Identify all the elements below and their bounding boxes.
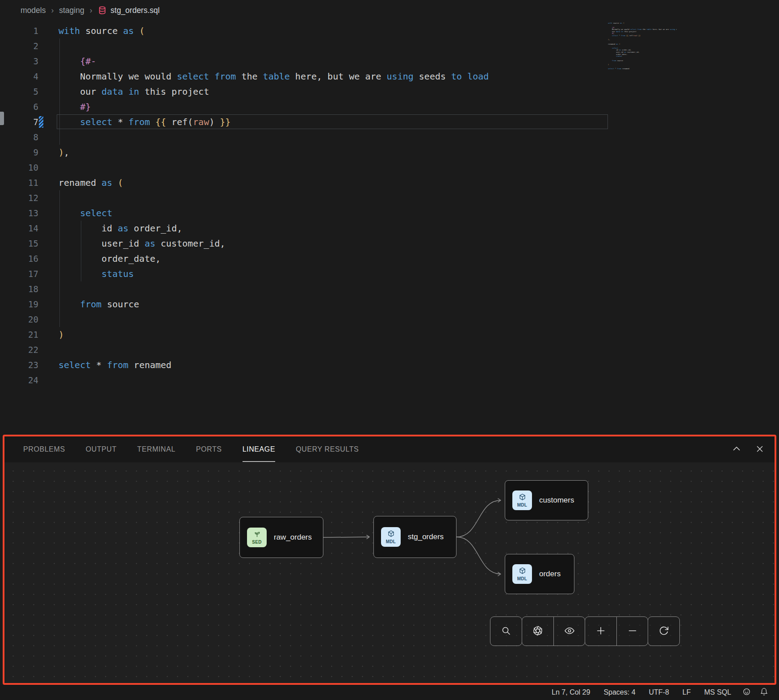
panel-tab-terminal[interactable]: TERMINAL [137, 437, 176, 462]
editor-line[interactable]: 9), [0, 145, 779, 160]
code-text: select [59, 205, 112, 221]
refresh-icon [658, 625, 669, 637]
editor-line[interactable]: 10 [0, 160, 779, 175]
code-text: our data in this project [59, 84, 209, 99]
lineage-node-raw_orders[interactable]: SEDraw_orders [239, 517, 323, 558]
node-label: customers [539, 496, 574, 505]
panel-collapse-button[interactable] [731, 443, 742, 456]
panel-tab-output[interactable]: OUTPUT [86, 437, 117, 462]
zoom-out-icon [627, 625, 638, 637]
lineage-canvas[interactable]: SEDraw_ordersMDLstg_ordersMDLcustomersMD… [4, 462, 775, 683]
editor-line[interactable]: 12 [0, 190, 779, 205]
code-text: Normally we would select from the table … [59, 69, 489, 84]
aperture-button[interactable] [522, 617, 553, 646]
node-label: orders [539, 570, 561, 578]
line-number: 16 [0, 251, 38, 266]
editor-line[interactable]: 24 [0, 373, 779, 388]
editor-line[interactable]: 13 select [0, 205, 779, 221]
editor-line[interactable]: 15 user_id as customer_id, [0, 236, 779, 251]
code-text: status [59, 266, 134, 281]
code-text: {#- [59, 54, 96, 69]
line-number: 22 [0, 342, 38, 357]
cube-icon [519, 493, 526, 503]
edge-stg_orders-to-customers [457, 500, 501, 537]
status-ms-sql[interactable]: MS SQL [698, 688, 738, 696]
seedling-icon [253, 530, 261, 540]
panel-tab-query-results[interactable]: QUERY RESULTS [296, 437, 359, 462]
line-number: 17 [0, 266, 38, 281]
status-ln-7-col-29[interactable]: Ln 7, Col 29 [545, 688, 597, 696]
node-badge-label: MDL [517, 503, 528, 507]
editor-line[interactable]: 23select * from renamed [0, 357, 779, 373]
refresh-button[interactable] [648, 617, 679, 646]
panel-actions [731, 443, 766, 456]
line-number: 19 [0, 297, 38, 312]
lineage-edges [4, 462, 775, 683]
eye-button[interactable] [553, 617, 585, 646]
breadcrumb-file[interactable]: stg_orders.sql [98, 6, 160, 15]
panel-tabbar: PROBLEMSOUTPUTTERMINALPORTSLINEAGEQUERY … [4, 436, 775, 462]
status-spaces-4[interactable]: Spaces: 4 [597, 688, 642, 696]
lineage-node-stg_orders[interactable]: MDLstg_orders [373, 516, 457, 558]
line-number: 24 [0, 373, 38, 388]
editor-line[interactable]: 18 [0, 281, 779, 297]
code-text: from source [59, 297, 139, 312]
editor-line[interactable]: 14 id as order_id, [0, 221, 779, 236]
status-lf[interactable]: LF [676, 688, 698, 696]
bell-icon [760, 687, 768, 697]
line-number: 9 [0, 145, 38, 160]
code-text: ) [59, 327, 64, 342]
code-text: user_id as customer_id, [59, 236, 225, 251]
breadcrumb-separator: › [51, 6, 54, 15]
editor-line[interactable]: 6 #} [0, 99, 779, 114]
line-number: 10 [0, 160, 38, 175]
lineage-node-orders[interactable]: MDLorders [505, 554, 574, 594]
search-button[interactable] [490, 617, 522, 646]
zoom-in-button[interactable] [585, 617, 616, 646]
notifications-button[interactable] [755, 687, 773, 697]
panel-close-button[interactable] [754, 443, 766, 456]
eye-icon [564, 625, 575, 637]
panel-tab-ports[interactable]: PORTS [196, 437, 222, 462]
breadcrumb-item-models[interactable]: models [21, 6, 46, 15]
chevron-up-icon [732, 444, 741, 455]
line-number: 8 [0, 130, 38, 145]
lineage-node-customers[interactable]: MDLcustomers [505, 480, 588, 520]
aperture-icon [532, 625, 543, 637]
editor-line[interactable]: 19 from source [0, 297, 779, 312]
editor-line[interactable]: 20 [0, 312, 779, 327]
search-icon [501, 625, 511, 637]
panel-tab-lineage[interactable]: LINEAGE [243, 437, 276, 462]
code-text: with source as ( [59, 23, 145, 38]
breadcrumb-item-staging[interactable]: staging [59, 6, 84, 15]
zoom-in-icon [595, 625, 606, 637]
panel-tab-problems[interactable]: PROBLEMS [23, 437, 65, 462]
editor-line[interactable]: 7 select * from {{ ref(raw) }} [0, 114, 779, 130]
code-editor[interactable]: 1with source as (23 {#-4 Normally we wou… [0, 21, 779, 435]
gutter-change-marker[interactable] [39, 116, 43, 128]
editor-line[interactable]: 16 order_date, [0, 251, 779, 266]
edge-raw_orders-to-stg_orders [323, 537, 369, 537]
editor-line[interactable]: 22 [0, 342, 779, 357]
bottom-panel: PROBLEMSOUTPUTTERMINALPORTSLINEAGEQUERY … [3, 435, 776, 685]
line-number: 14 [0, 221, 38, 236]
editor-line[interactable]: 17 status [0, 266, 779, 281]
minimap[interactable]: with source as ( {#- Normally we would s… [608, 22, 677, 89]
feedback-icon [742, 687, 751, 697]
zoom-out-button[interactable] [616, 617, 648, 646]
breadcrumb-path: models›staging› [21, 6, 92, 15]
editor-line[interactable]: 21) [0, 327, 779, 342]
indent-guide [59, 312, 60, 327]
node-badge: MDL [512, 564, 532, 584]
feedback-button[interactable] [738, 687, 755, 697]
line-number: 6 [0, 99, 38, 114]
editor-line[interactable]: 8 [0, 130, 779, 145]
edge-stg_orders-to-orders [457, 537, 501, 574]
editor-line[interactable]: 11renamed as ( [0, 175, 779, 190]
cube-icon [387, 530, 395, 539]
status-bar: Ln 7, Col 29Spaces: 4UTF-8LFMS SQL [0, 685, 779, 700]
breadcrumb: models›staging› stg_orders.sql [0, 0, 779, 21]
status-utf-8[interactable]: UTF-8 [642, 688, 676, 696]
toolbar-group [522, 616, 585, 646]
code-text: order_date, [59, 251, 161, 266]
